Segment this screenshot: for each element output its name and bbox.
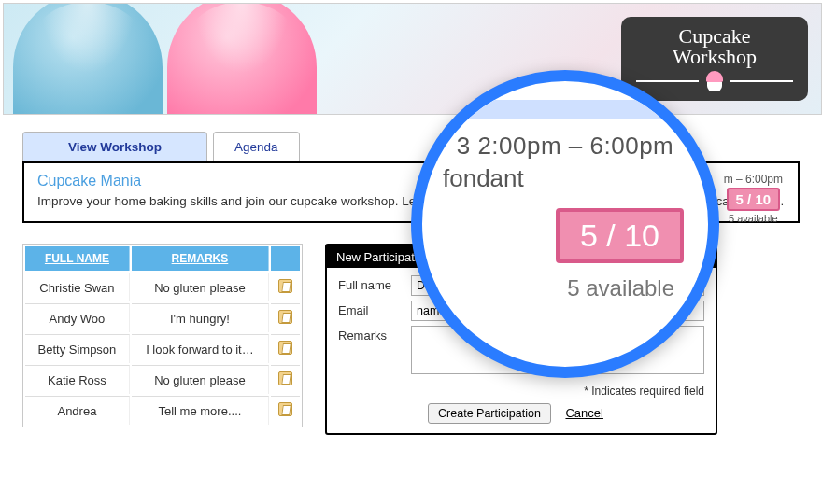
participant-remarks: No gluten please: [132, 365, 269, 394]
magnifier-overlay: 3 2:00pm – 6:00pm fondant 5 / 10 5 avail…: [411, 70, 719, 378]
participant-name: Betty Simpson: [25, 334, 130, 363]
brand-badge: Cupcake Workshop: [621, 17, 808, 101]
table-row: Andrea Tell me more....: [25, 396, 300, 425]
magnifier-word: fondant: [422, 164, 708, 193]
table-row: Betty Simpson I look forward to it…: [25, 334, 300, 363]
label-remarks: Remarks: [338, 326, 411, 343]
table-row: Andy Woo I'm hungry!: [25, 303, 300, 332]
decorative-cupcake: [167, 3, 317, 115]
edit-icon[interactable]: [278, 341, 292, 355]
participant-remarks: No gluten please: [132, 273, 269, 301]
participant-name: Andy Woo: [25, 303, 130, 332]
header-banner: Cupcake Workshop: [3, 3, 822, 115]
slot-box[interactable]: m – 6:00pm 5 / 10 5 available: [724, 173, 783, 224]
magnifier-available: 5 available: [567, 275, 674, 301]
participants-table: FULL NAME REMARKS Christie Swan No glute…: [22, 244, 303, 427]
edit-icon[interactable]: [278, 310, 292, 324]
cancel-button[interactable]: Cancel: [565, 406, 602, 420]
col-remarks[interactable]: REMARKS: [132, 246, 269, 271]
edit-icon[interactable]: [278, 371, 292, 385]
tab-agenda[interactable]: Agenda: [213, 132, 300, 161]
participant-remarks: I look forward to it…: [132, 334, 269, 363]
capacity-badge: 5 / 10: [727, 188, 781, 211]
brand-name: Cupcake Workshop: [636, 26, 793, 67]
participant-name: Christie Swan: [25, 273, 130, 301]
col-full-name[interactable]: FULL NAME: [25, 246, 130, 271]
decorative-cupcake: [13, 3, 163, 115]
edit-icon[interactable]: [278, 402, 292, 416]
table-row: Katie Ross No gluten please: [25, 365, 300, 394]
participant-remarks: I'm hungry!: [132, 303, 269, 332]
participant-name: Katie Ross: [25, 365, 130, 394]
slot-available: 5 available: [724, 213, 783, 224]
magnifier-capacity-badge: 5 / 10: [556, 208, 684, 263]
slot-time: m – 6:00pm: [724, 173, 783, 186]
label-full-name: Full name: [338, 275, 411, 292]
required-note: * Indicates required field: [327, 385, 704, 398]
tab-view-workshop[interactable]: View Workshop: [22, 132, 207, 161]
magnifier-time: 3 2:00pm – 6:00pm: [422, 132, 708, 161]
create-participation-button[interactable]: Create Participation: [428, 403, 551, 424]
cupcake-icon: [704, 71, 725, 91]
participant-remarks: Tell me more....: [132, 396, 269, 425]
edit-icon[interactable]: [278, 279, 292, 293]
participant-name: Andrea: [25, 396, 130, 425]
label-email: Email: [338, 301, 411, 317]
table-row: Christie Swan No gluten please: [25, 273, 300, 301]
